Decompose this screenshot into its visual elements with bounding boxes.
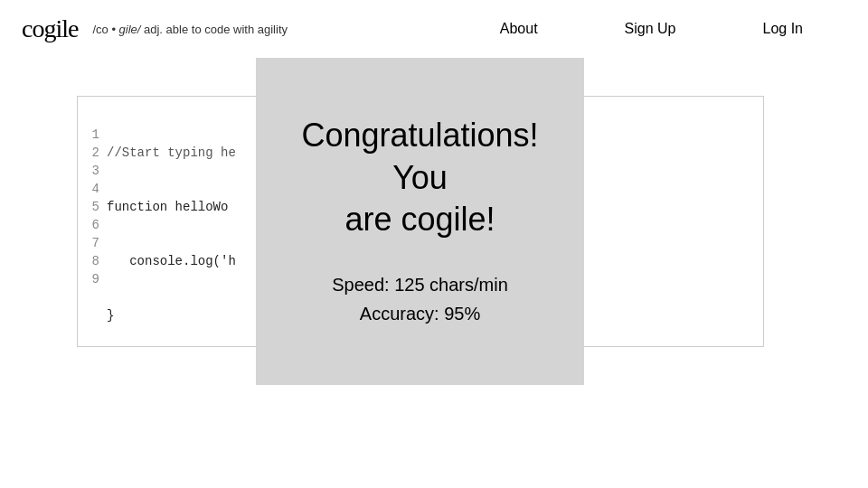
tagline-pos: adj.: [140, 23, 163, 36]
modal-speed: Speed: 125 chars/min: [332, 270, 508, 299]
tagline: /co • gile/ adj. able to code with agili…: [92, 23, 288, 36]
modal-accuracy: Accuracy: 95%: [332, 299, 508, 328]
nav-about[interactable]: About: [457, 21, 581, 37]
nav-login[interactable]: Log In: [720, 21, 846, 37]
modal-stats: Speed: 125 chars/min Accuracy: 95%: [332, 270, 508, 328]
tagline-italic: gile/: [119, 23, 141, 36]
nav-signup[interactable]: Sign Up: [581, 21, 720, 37]
line-numbers: 1 2 3 4 5 6 7 8 9: [78, 97, 107, 346]
modal-title-line2: are cogile!: [344, 201, 495, 238]
main-nav: About Sign Up Log In: [457, 21, 846, 37]
site-logo: cogile: [22, 14, 78, 43]
tagline-prefix: /co •: [92, 23, 118, 36]
tagline-desc: able to code with agility: [163, 23, 288, 36]
modal-title-line1: Congratulations! You: [301, 117, 538, 196]
results-modal: Congratulations! You are cogile! Speed: …: [256, 58, 584, 385]
modal-title: Congratulations! You are cogile!: [283, 115, 557, 241]
main-content: 1 2 3 4 5 6 7 8 9 //Start typing he func…: [0, 58, 868, 488]
